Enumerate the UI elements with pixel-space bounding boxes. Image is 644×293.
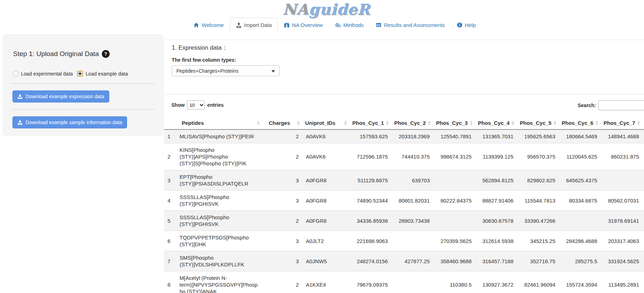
tab-na-overview[interactable]: NA Overview [278,18,329,32]
table-row: 3EPT[Phospho (STY)]PSIASDISLPIATQELR3A0F… [164,170,644,190]
column-header-rownum [164,117,176,129]
import-data-tab-panel: 1. Expression data： The first few column… [164,40,644,293]
question-circle-icon[interactable]: ? [102,50,110,58]
panel-divider [11,109,155,110]
value-cell: 331924.5625 [601,251,643,271]
page-length-select[interactable]: 10 [187,100,205,110]
column-header-label: Phos_Cyc_1 [352,120,384,126]
charge-cell: 3 [262,170,302,190]
info-circle-icon [457,22,462,28]
step1-title: Step 1: Upload Original Data ? [13,50,155,58]
column-header-label: Phos_Cyc_7 [604,120,635,126]
value-cell: 131965.7031 [475,129,517,143]
column-header-charges[interactable]: Charges [262,117,302,129]
value-cell: 744410.375 [391,143,433,170]
value-cell: 1139399.125 [475,143,517,170]
charge-cell: 2 [262,143,302,170]
radio-load-experimental-data[interactable]: Load experimental data [13,71,73,77]
column-header-phos_cyc_3[interactable]: Phos_Cyc_3 [433,117,475,129]
sort-icon [554,121,556,125]
expression-data-table: PeptidesChargesUniprot_IDsPhos_Cyc_1Phos… [164,117,644,293]
sort-icon [344,121,347,125]
column-header-phos_cyc_2[interactable]: Phos_Cyc_2 [391,117,433,129]
logo-text-na: NA [283,1,309,18]
download-icon [17,120,23,125]
tab-methods[interactable]: Methods [329,18,370,32]
value-cell: 28903.73438 [391,211,433,231]
tab-import-data[interactable]: Import Data [230,18,278,32]
sort-icon [428,121,431,125]
tab-label: Methods [343,22,364,28]
dropdown-selected-value: Peptides+Charges+Proteins [176,68,238,74]
row-number: 5 [164,211,176,231]
charge-cell: 2 [262,271,302,293]
column-header-label: Phos_Cyc_6 [562,120,593,126]
peptide-cell: M[Acetyl (Protein N-term)]NPVYSPGSSGVPY[… [176,271,262,293]
radio-unchecked-icon [13,71,18,76]
value-cell: 221698.9063 [349,231,391,251]
button-label: Download example sample information data [26,120,122,125]
tab-results-assessments[interactable]: Results and Assessments [370,18,451,32]
value-cell: 80334.6875 [559,190,601,211]
column-header-phos_cyc_7[interactable]: Phos_Cyc_7 [601,117,643,129]
search-input[interactable] [598,100,644,110]
value-cell: 956570.375 [517,143,559,170]
value-cell: 562894.8125 [475,170,517,190]
value-cell: 130927.3672 [475,271,517,293]
radio-load-example-data[interactable]: Load example data [77,71,128,77]
download-example-expression-button[interactable]: Download example expression data [12,90,109,103]
table-row: 1MLISAVS[Phospho (STY)]PEIR2A0AVK6157593… [164,129,644,143]
value-cell: 180664.5469 [559,129,601,143]
column-header-uniprot_ids[interactable]: Uniprot_IDs [302,117,349,129]
content-divider [164,94,644,94]
value-cell: 998674.3125 [433,143,475,170]
peptide-cell: MLISAVS[Phospho (STY)]PEIR [176,129,262,143]
column-header-phos_cyc_1[interactable]: Phos_Cyc_1 [349,117,391,129]
tab-label: Help [465,22,476,28]
value-cell: 312614.5938 [475,231,517,251]
uniprot-cell: A0JLT2 [302,231,349,251]
column-header-label: Phos_Cyc_2 [394,120,426,126]
uniprot-cell: A1KXE4 [302,271,349,293]
value-cell: 74890.52344 [349,190,391,211]
column-header-phos_cyc_6[interactable]: Phos_Cyc_6 [559,117,601,129]
table-controls: Show 10 entries Search: [164,100,644,111]
value-cell: 88827.91406 [475,190,517,211]
row-number: 8 [164,271,176,293]
row-number: 1 [164,129,176,143]
tab-welcome[interactable]: Welcome [187,18,230,32]
column-header-label: Phos_Cyc_3 [436,120,468,126]
value-cell [559,211,601,231]
value-cell [433,211,475,231]
filler-cell [643,251,644,271]
value-cell: 645625.4375 [559,170,601,190]
download-icon [17,94,23,99]
upload-data-panel: Step 1: Upload Original Data ? Load expe… [3,35,163,136]
column-header-phos_cyc_5[interactable]: Phos_Cyc_5 [517,117,559,129]
row-number: 7 [164,251,176,271]
column-header-phos_cyc_4[interactable]: Phos_Cyc_4 [475,117,517,129]
value-cell: 110380.5 [433,271,475,293]
uniprot-cell: A0AVK6 [302,143,349,170]
tab-help[interactable]: Help [451,18,482,32]
entries-label: entries [207,102,224,108]
radio-checked-icon [77,71,83,77]
peptide-cell: EPT[Phospho (STY)]PSIASDISLPIATQELR [176,170,262,190]
value-cell: 80222.84375 [433,190,475,211]
value-cell [433,170,475,190]
filler-cell [643,211,644,231]
value-cell: 31978.69141 [601,211,643,231]
column-types-dropdown[interactable]: Peptides+Charges+Proteins [172,65,280,76]
column-header-peptides[interactable]: Peptides [176,117,262,129]
value-cell: 427877.25 [391,251,433,271]
column-header-filler [643,117,644,129]
value-cell [391,271,433,293]
download-example-sample-info-button[interactable]: Download example sample information data [12,116,127,128]
value-cell: 79679.09375 [349,271,391,293]
table-row: 2KINS[Phospho (STY)]APS[Phospho (STY)]S[… [164,143,644,170]
sort-icon [512,121,514,125]
sort-icon [595,121,598,125]
value-cell: 125540.7891 [433,129,475,143]
value-cell: 248274.0156 [349,251,391,271]
charge-cell: 3 [262,231,302,251]
